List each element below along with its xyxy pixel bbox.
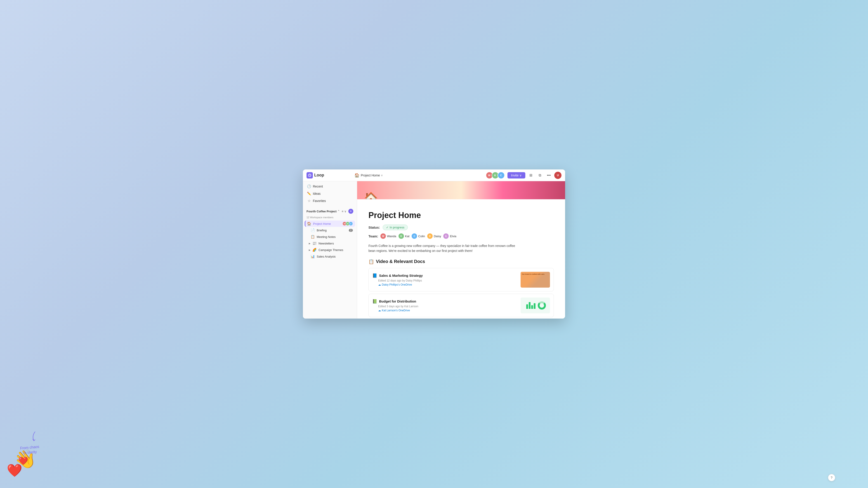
sidebar-global-nav: 🕐 Recent ✏️ Ideas ☆ Favorites [303,183,357,204]
status-badge[interactable]: ✓ In progress [383,225,408,230]
doc-card-budget[interactable]: 📗 Budget for Distribution Edited 3 days … [368,294,554,317]
nav-item-campaign-themes[interactable]: ▶ 🌈 Campaign Themes [305,247,355,253]
budget-chart-donut [538,301,546,310]
workspace-title: Fourth Coffee Project ⌃ [307,210,340,213]
page-body: Project Home Status: ✓ In progress Team:… [357,199,565,319]
nav-item-briefing[interactable]: 📄 Briefing 2 [305,227,355,233]
team-member-kat: K Kat [399,233,410,239]
hearts-decoration: ❤️ ❤️ [7,463,25,481]
doc-card-left-budget: 📗 Budget for Distribution Edited 3 days … [372,299,418,312]
breadcrumb-label[interactable]: Project Home ∨ [361,173,383,177]
team-label: Team: [368,234,378,238]
breadcrumb-chevron-icon: ∨ [381,174,383,177]
nav-item-briefing-label: Briefing [317,229,347,232]
sales-doc-icon: 📘 [372,273,377,278]
team-member-colin: C Colin [412,233,425,239]
top-bar-actions: Invite ∨ ⊞ ⧉ ••• U [507,172,561,179]
main-content: 🏠 Project Home Status: ✓ In progress Tea… [357,181,565,319]
campaign-themes-expand-icon: ▶ [309,249,311,251]
nav-item-campaign-themes-label: Campaign Themes [318,248,353,252]
nav-item-project-home[interactable]: 🏠 Project Home W K C [305,221,355,227]
workspace-subtitle: 12 Workspace members [303,216,357,219]
apps-button[interactable]: ⊞ [527,172,534,179]
app-window: Loop 🏠 Project Home ∨ W K C Invite ∨ ⊞ [303,169,565,319]
team-name-daisy: Daisy [434,234,441,238]
status-label: Status: [368,225,380,229]
newsletters-expand-icon: ▶ [309,242,311,245]
page-title: Project Home [368,210,554,220]
page-hero-emoji: 🏠 [364,193,378,199]
team-row: Team: W Wanda K Kat C Colin D [368,233,554,239]
nav-avatar-3: C [349,222,353,226]
top-bar-collaborators: W K C [486,172,505,179]
recent-icon: 🕐 [307,184,311,188]
avatar-colin: C [498,172,505,179]
sales-doc-meta: Edited 12 days ago by Daisy Phillips [378,279,423,282]
more-button[interactable]: ••• [545,172,553,179]
help-button[interactable]: ? [828,474,835,481]
sales-doc-storage: ☁ Daisy Phillips's OneDrive [378,283,423,286]
sidebar-item-recent-label: Recent [313,185,323,188]
budget-doc-title: Budget for Distribution [379,299,416,303]
budget-doc-meta: Edited 3 days ago by Kat Larrson [378,305,418,308]
team-member-wanda: W Wanda [380,233,396,239]
nav-item-sales-analysis[interactable]: 📊 Sales Analysis [305,253,355,260]
nav-item-newsletters-label: Newsletters [318,242,353,245]
onedrive-icon-budget: ☁ [378,309,381,312]
team-avatar-elvia: E [443,233,449,239]
status-value: In progress [390,226,404,229]
breadcrumb-home-icon: 🏠 [354,173,360,178]
team-member-daisy: D Daisy [427,233,441,239]
doc-title-row-sales: 📘 Sales & Marketing Strategy [372,273,423,278]
workspace-chevron-icon: ⌃ [338,210,340,213]
sidebar-item-favorites-label: Favorites [313,199,326,203]
bar-4 [534,303,535,309]
favorites-icon: ☆ [307,199,311,203]
avatar-stack: W K C [486,172,505,179]
workspace-header: Fourth Coffee Project ⌃ ≡ ∨ + [303,207,357,216]
user-avatar[interactable]: U [554,172,561,179]
sales-thumb-text: Our brand is crafted with care. [522,273,545,275]
logo-area: Loop [307,172,352,178]
app-name: Loop [314,173,324,177]
invite-button[interactable]: Invite ∨ [507,172,525,178]
nav-item-avatars: W K C [342,222,353,226]
nav-item-newsletters[interactable]: ▶ 📰 Newsletters [305,240,355,247]
copy-button[interactable]: ⧉ [536,172,544,179]
bar-1 [526,304,528,309]
campaign-themes-icon: 🌈 [312,248,317,252]
team-name-elvia: Elvia [450,234,456,238]
page-hero: 🏠 [357,181,565,199]
section-title: 📋 Video & Relevant Docs [368,259,554,264]
sales-doc-thumbnail: Our brand is crafted with care. [521,272,550,288]
sales-analysis-icon: 📊 [311,254,315,258]
newsletters-icon: 📰 [312,241,317,246]
app-body: 🕐 Recent ✏️ Ideas ☆ Favorites Fourth Cof… [303,181,565,319]
team-name-wanda: Wanda [387,234,396,238]
ideas-icon: ✏️ [307,192,311,196]
workspace-sort-button[interactable]: ≡ ∨ [341,209,347,214]
sidebar-item-favorites[interactable]: ☆ Favorites [305,197,355,204]
breadcrumb-area: 🏠 Project Home ∨ [354,173,483,178]
team-name-colin: Colin [418,234,425,238]
description: Fourth Coffee is a growing new coffee co… [368,243,522,254]
doc-title-row-budget: 📗 Budget for Distribution [372,299,418,304]
loop-logo-icon [307,172,313,178]
nav-items: 🏠 Project Home W K C 📄 Briefing 2 📋 [303,221,357,260]
status-check-icon: ✓ [386,226,389,229]
section-icon: 📋 [368,259,374,264]
workspace-add-button[interactable]: + [348,209,353,214]
budget-chart-bars [525,300,537,311]
deco-arrow-icon [31,431,37,443]
meeting-notes-icon: 📋 [311,235,315,239]
bar-2 [529,302,530,309]
team-avatar-wanda: W [380,233,386,239]
doc-card-sales-marketing[interactable]: 📘 Sales & Marketing Strategy Edited 12 d… [368,268,554,291]
heart-big-icon: ❤️ [7,463,25,478]
heart-small-icon: ❤️ [18,456,28,466]
sidebar-item-ideas[interactable]: ✏️ Ideas [305,190,355,197]
sidebar-item-recent[interactable]: 🕐 Recent [305,183,355,190]
nav-item-sales-analysis-label: Sales Analysis [317,255,353,258]
section-title-text: Video & Relevant Docs [376,259,425,264]
nav-item-meeting-notes[interactable]: 📋 Meeting Notes [305,234,355,240]
